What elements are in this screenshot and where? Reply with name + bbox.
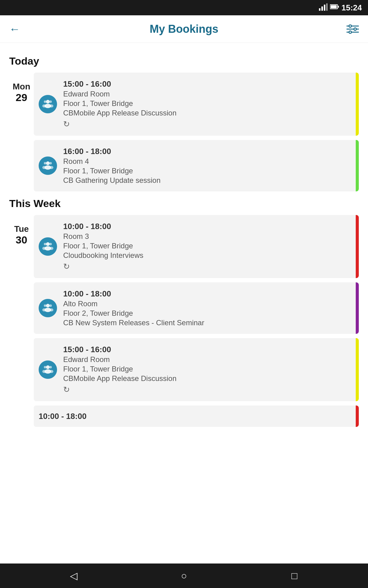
status-bar: 15:24 (0, 0, 368, 15)
svg-point-21 (49, 162, 52, 164)
svg-point-13 (46, 100, 50, 104)
avatar (39, 360, 57, 379)
svg-point-12 (349, 31, 351, 33)
recur-icon: ↻ (63, 262, 348, 271)
accent-bar (356, 405, 359, 427)
booking-time: 10:00 - 18:00 (63, 289, 348, 299)
svg-point-27 (49, 243, 52, 245)
section-today: Today Mon 29 (9, 55, 359, 191)
booking-room: Edward Room (63, 355, 348, 364)
booking-info: 15:00 - 16:00 Edward Room Floor 1, Tower… (63, 345, 354, 394)
booking-time: 15:00 - 16:00 (63, 79, 348, 89)
svg-point-24 (50, 166, 53, 169)
avatar (39, 299, 57, 317)
booking-info: 16:00 - 18:00 Room 4 Floor 1, Tower Brid… (63, 147, 354, 185)
booking-title: Cloudbooking Interviews (63, 251, 348, 260)
day-tue-30: Tue 30 (9, 215, 359, 427)
booking-title: CBMobile App Release Discussion (63, 374, 348, 383)
day-label-tue30: Tue 30 (9, 215, 34, 246)
status-icons: 15:24 (319, 3, 362, 13)
bottom-nav: ◁ ○ □ (0, 564, 368, 588)
svg-point-17 (42, 104, 46, 107)
svg-rect-0 (319, 8, 320, 11)
svg-rect-5 (338, 6, 339, 8)
svg-point-39 (49, 366, 52, 368)
booking-location: Floor 1, Tower Bridge (63, 167, 348, 175)
filter-icon (347, 24, 359, 34)
booking-card[interactable]: 15:00 - 16:00 Edward Room Floor 1, Tower… (34, 338, 359, 401)
booking-location: Floor 1, Tower Bridge (63, 242, 348, 250)
svg-point-31 (46, 304, 50, 307)
booking-info: 10:00 - 18:00 Alto Room Floor 2, Tower B… (63, 289, 354, 327)
day-mon-29: Mon 29 (9, 73, 359, 191)
svg-point-23 (42, 166, 46, 169)
day-number-29: 29 (16, 92, 27, 104)
recur-icon: ↻ (63, 119, 348, 129)
svg-point-14 (44, 100, 46, 103)
booking-title: CB New System Releases - Client Seminar (63, 318, 348, 327)
day-label-mon29: Mon 29 (9, 73, 34, 104)
booking-card[interactable]: 15:00 - 16:00 Edward Room Floor 1, Tower… (34, 73, 359, 136)
avatar (39, 156, 57, 175)
page-title: My Bookings (25, 23, 343, 36)
app-header: ← My Bookings (0, 15, 368, 43)
booking-time-truncated: 10:00 - 18:00 (39, 412, 348, 421)
svg-point-38 (44, 366, 46, 368)
svg-point-19 (46, 161, 50, 165)
section-this-week: This Week Tue 30 (9, 198, 359, 427)
accent-bar (356, 73, 359, 136)
svg-point-25 (46, 242, 50, 246)
booking-room: Room 3 (63, 232, 348, 241)
booking-time: 16:00 - 18:00 (63, 147, 348, 156)
svg-point-41 (42, 370, 46, 373)
filter-button[interactable] (343, 24, 359, 34)
svg-rect-3 (326, 3, 328, 11)
booking-title: CBMobile App Release Discussion (63, 109, 348, 117)
clock: 15:24 (342, 3, 362, 13)
svg-point-15 (49, 100, 52, 103)
booking-room: Edward Room (63, 90, 348, 98)
avatar (39, 237, 57, 256)
booking-card-truncated[interactable]: 10:00 - 18:00 (34, 405, 359, 427)
svg-point-37 (46, 365, 50, 369)
bookings-mon29: 15:00 - 16:00 Edward Room Floor 1, Tower… (34, 73, 359, 191)
battery-icon (330, 4, 339, 12)
svg-point-30 (50, 247, 53, 250)
svg-point-35 (42, 308, 46, 311)
booking-card[interactable]: 10:00 - 18:00 Alto Room Floor 2, Tower B… (34, 282, 359, 334)
booking-card[interactable]: 16:00 - 18:00 Room 4 Floor 1, Tower Brid… (34, 140, 359, 191)
booking-time: 10:00 - 18:00 (63, 222, 348, 231)
meeting-icon (42, 159, 54, 172)
nav-recent-button[interactable]: □ (285, 567, 304, 585)
accent-bar (356, 282, 359, 334)
nav-home-button[interactable]: ○ (175, 567, 193, 585)
svg-point-42 (50, 370, 53, 373)
booking-title: CB Gathering Update session (63, 176, 348, 185)
section-today-heading: Today (9, 55, 359, 67)
booking-card[interactable]: 10:00 - 18:00 Room 3 Floor 1, Tower Brid… (34, 215, 359, 278)
avatar (39, 95, 57, 113)
back-button[interactable]: ← (9, 23, 25, 36)
booking-location: Floor 2, Tower Bridge (63, 309, 348, 318)
recur-icon: ↻ (63, 385, 348, 394)
day-name-mon: Mon (13, 82, 30, 92)
booking-info-truncated: 10:00 - 18:00 (39, 412, 354, 421)
svg-point-33 (49, 304, 52, 307)
svg-point-10 (354, 28, 356, 30)
nav-back-button[interactable]: ◁ (64, 567, 83, 585)
day-name-tue: Tue (14, 224, 29, 234)
meeting-icon (42, 98, 54, 111)
svg-rect-6 (331, 5, 337, 8)
section-thisweek-heading: This Week (9, 198, 359, 209)
svg-point-26 (44, 243, 46, 245)
svg-point-20 (44, 162, 46, 164)
meeting-icon (42, 302, 54, 315)
accent-bar (356, 215, 359, 278)
day-number-30: 30 (16, 234, 27, 246)
booking-info: 10:00 - 18:00 Room 3 Floor 1, Tower Brid… (63, 222, 354, 271)
booking-location: Floor 1, Tower Bridge (63, 99, 348, 108)
svg-rect-1 (321, 6, 323, 11)
booking-time: 15:00 - 16:00 (63, 345, 348, 354)
booking-room: Room 4 (63, 157, 348, 166)
signal-icon (319, 3, 328, 12)
